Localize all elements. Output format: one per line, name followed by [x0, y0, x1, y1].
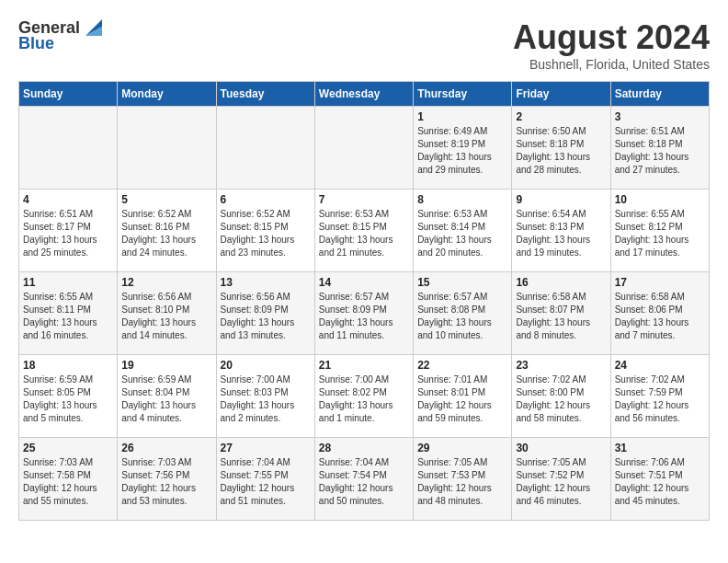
- weekday-header-wednesday: Wednesday: [314, 82, 413, 107]
- day-info: Sunrise: 7:02 AMSunset: 7:59 PMDaylight:…: [615, 373, 705, 425]
- month-title: August 2024: [513, 18, 710, 57]
- weekday-header-tuesday: Tuesday: [216, 82, 314, 107]
- day-cell: 31Sunrise: 7:06 AMSunset: 7:51 PMDayligh…: [610, 438, 709, 521]
- day-number: 6: [221, 193, 311, 206]
- day-info: Sunrise: 6:53 AMSunset: 8:15 PMDaylight:…: [319, 208, 409, 259]
- day-cell: 16Sunrise: 6:58 AMSunset: 8:07 PMDayligh…: [512, 272, 610, 355]
- day-info: Sunrise: 6:52 AMSunset: 8:15 PMDaylight:…: [221, 208, 311, 259]
- day-info: Sunrise: 7:00 AMSunset: 8:02 PMDaylight:…: [319, 373, 409, 425]
- day-cell: 13Sunrise: 6:56 AMSunset: 8:09 PMDayligh…: [216, 272, 314, 355]
- day-number: 18: [23, 359, 113, 372]
- logo: General Blue: [18, 18, 102, 53]
- day-info: Sunrise: 6:58 AMSunset: 8:07 PMDaylight:…: [516, 291, 606, 342]
- day-number: 5: [121, 193, 211, 206]
- day-cell: 24Sunrise: 7:02 AMSunset: 7:59 PMDayligh…: [610, 355, 709, 438]
- location: Bushnell, Florida, United States: [513, 57, 710, 72]
- day-info: Sunrise: 7:06 AMSunset: 7:51 PMDaylight:…: [615, 456, 705, 508]
- week-row-3: 11Sunrise: 6:55 AMSunset: 8:11 PMDayligh…: [19, 272, 710, 355]
- day-info: Sunrise: 6:50 AMSunset: 8:18 PMDaylight:…: [516, 125, 606, 177]
- day-cell: 1Sunrise: 6:49 AMSunset: 8:19 PMDaylight…: [414, 107, 512, 190]
- logo-icon: [82, 19, 102, 36]
- day-number: 21: [319, 359, 409, 372]
- day-number: 29: [417, 442, 507, 454]
- day-number: 24: [615, 359, 705, 372]
- day-info: Sunrise: 7:03 AMSunset: 7:58 PMDaylight:…: [23, 456, 113, 508]
- day-cell: 12Sunrise: 6:56 AMSunset: 8:10 PMDayligh…: [118, 272, 216, 355]
- day-info: Sunrise: 6:58 AMSunset: 8:06 PMDaylight:…: [615, 291, 705, 342]
- day-cell: 30Sunrise: 7:05 AMSunset: 7:52 PMDayligh…: [512, 438, 610, 521]
- week-row-5: 25Sunrise: 7:03 AMSunset: 7:58 PMDayligh…: [19, 438, 710, 521]
- day-info: Sunrise: 6:57 AMSunset: 8:08 PMDaylight:…: [417, 291, 507, 342]
- week-row-2: 4Sunrise: 6:51 AMSunset: 8:17 PMDaylight…: [19, 190, 710, 272]
- weekday-header-row: SundayMondayTuesdayWednesdayThursdayFrid…: [19, 82, 710, 107]
- day-cell: 7Sunrise: 6:53 AMSunset: 8:15 PMDaylight…: [314, 190, 413, 272]
- day-info: Sunrise: 7:05 AMSunset: 7:52 PMDaylight:…: [516, 456, 606, 508]
- day-number: 10: [615, 193, 705, 206]
- day-info: Sunrise: 6:56 AMSunset: 8:09 PMDaylight:…: [221, 291, 311, 342]
- day-cell: [216, 107, 314, 190]
- day-info: Sunrise: 7:02 AMSunset: 8:00 PMDaylight:…: [516, 373, 606, 425]
- day-cell: 23Sunrise: 7:02 AMSunset: 8:00 PMDayligh…: [512, 355, 610, 438]
- day-number: 9: [516, 193, 606, 206]
- day-number: 13: [221, 276, 311, 289]
- day-cell: [118, 107, 216, 190]
- logo-blue-text: Blue: [18, 34, 54, 53]
- day-cell: 4Sunrise: 6:51 AMSunset: 8:17 PMDaylight…: [19, 190, 118, 272]
- day-cell: 29Sunrise: 7:05 AMSunset: 7:53 PMDayligh…: [414, 438, 512, 521]
- day-cell: [19, 107, 118, 190]
- weekday-header-friday: Friday: [512, 82, 610, 107]
- day-number: 20: [221, 359, 311, 372]
- day-cell: [314, 107, 413, 190]
- day-cell: 27Sunrise: 7:04 AMSunset: 7:55 PMDayligh…: [216, 438, 314, 521]
- day-info: Sunrise: 6:52 AMSunset: 8:16 PMDaylight:…: [121, 208, 211, 259]
- day-cell: 21Sunrise: 7:00 AMSunset: 8:02 PMDayligh…: [314, 355, 413, 438]
- day-cell: 17Sunrise: 6:58 AMSunset: 8:06 PMDayligh…: [610, 272, 709, 355]
- day-number: 17: [615, 276, 705, 289]
- weekday-header-saturday: Saturday: [610, 82, 709, 107]
- day-info: Sunrise: 7:05 AMSunset: 7:53 PMDaylight:…: [417, 456, 507, 508]
- day-info: Sunrise: 6:51 AMSunset: 8:18 PMDaylight:…: [615, 125, 705, 177]
- day-info: Sunrise: 6:59 AMSunset: 8:04 PMDaylight:…: [121, 373, 211, 425]
- day-number: 22: [417, 359, 507, 372]
- day-cell: 26Sunrise: 7:03 AMSunset: 7:56 PMDayligh…: [118, 438, 216, 521]
- day-number: 31: [615, 442, 705, 454]
- day-number: 2: [516, 110, 606, 123]
- day-info: Sunrise: 6:56 AMSunset: 8:10 PMDaylight:…: [121, 291, 211, 342]
- day-info: Sunrise: 7:04 AMSunset: 7:55 PMDaylight:…: [221, 456, 311, 508]
- day-info: Sunrise: 6:54 AMSunset: 8:13 PMDaylight:…: [516, 208, 606, 259]
- week-row-4: 18Sunrise: 6:59 AMSunset: 8:05 PMDayligh…: [19, 355, 710, 438]
- day-cell: 9Sunrise: 6:54 AMSunset: 8:13 PMDaylight…: [512, 190, 610, 272]
- day-number: 16: [516, 276, 606, 289]
- day-number: 27: [221, 442, 311, 454]
- day-cell: 3Sunrise: 6:51 AMSunset: 8:18 PMDaylight…: [610, 107, 709, 190]
- calendar-table: SundayMondayTuesdayWednesdayThursdayFrid…: [18, 81, 710, 521]
- day-number: 11: [23, 276, 113, 289]
- day-cell: 18Sunrise: 6:59 AMSunset: 8:05 PMDayligh…: [19, 355, 118, 438]
- day-info: Sunrise: 6:57 AMSunset: 8:09 PMDaylight:…: [319, 291, 409, 342]
- day-cell: 15Sunrise: 6:57 AMSunset: 8:08 PMDayligh…: [414, 272, 512, 355]
- day-cell: 5Sunrise: 6:52 AMSunset: 8:16 PMDaylight…: [118, 190, 216, 272]
- day-cell: 28Sunrise: 7:04 AMSunset: 7:54 PMDayligh…: [314, 438, 413, 521]
- day-info: Sunrise: 6:55 AMSunset: 8:12 PMDaylight:…: [615, 208, 705, 259]
- day-cell: 6Sunrise: 6:52 AMSunset: 8:15 PMDaylight…: [216, 190, 314, 272]
- day-cell: 8Sunrise: 6:53 AMSunset: 8:14 PMDaylight…: [414, 190, 512, 272]
- day-number: 14: [319, 276, 409, 289]
- day-number: 3: [615, 110, 705, 123]
- day-cell: 14Sunrise: 6:57 AMSunset: 8:09 PMDayligh…: [314, 272, 413, 355]
- page-header: General Blue August 2024 Bushnell, Flori…: [18, 18, 710, 72]
- day-number: 7: [319, 193, 409, 206]
- day-cell: 19Sunrise: 6:59 AMSunset: 8:04 PMDayligh…: [118, 355, 216, 438]
- weekday-header-thursday: Thursday: [414, 82, 512, 107]
- day-cell: 2Sunrise: 6:50 AMSunset: 8:18 PMDaylight…: [512, 107, 610, 190]
- day-number: 8: [417, 193, 507, 206]
- day-number: 1: [417, 110, 507, 123]
- day-number: 26: [121, 442, 211, 454]
- day-number: 4: [23, 193, 113, 206]
- day-info: Sunrise: 7:03 AMSunset: 7:56 PMDaylight:…: [121, 456, 211, 508]
- day-info: Sunrise: 7:01 AMSunset: 8:01 PMDaylight:…: [417, 373, 507, 425]
- day-info: Sunrise: 6:49 AMSunset: 8:19 PMDaylight:…: [417, 125, 507, 177]
- day-cell: 25Sunrise: 7:03 AMSunset: 7:58 PMDayligh…: [19, 438, 118, 521]
- day-info: Sunrise: 6:53 AMSunset: 8:14 PMDaylight:…: [417, 208, 507, 259]
- week-row-1: 1Sunrise: 6:49 AMSunset: 8:19 PMDaylight…: [19, 107, 710, 190]
- day-number: 19: [121, 359, 211, 372]
